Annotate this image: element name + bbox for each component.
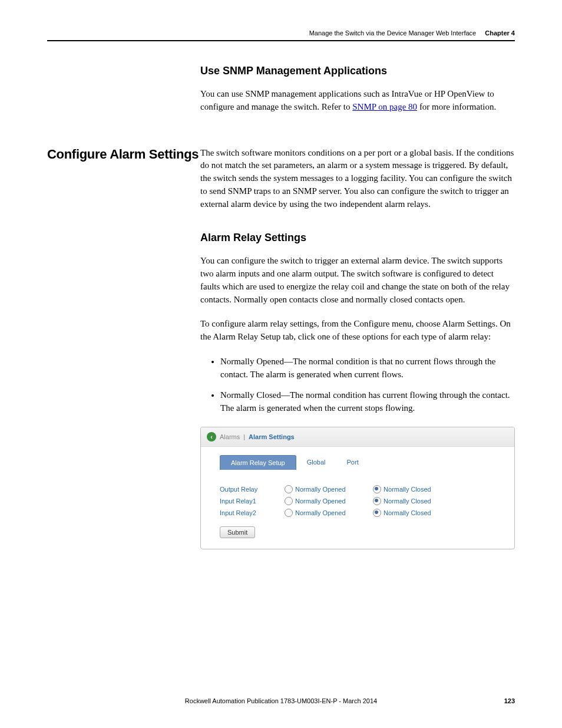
footer-publication: Rockwell Automation Publication 1783-UM0…	[185, 697, 377, 704]
bullet-normally-opened: Normally Opened—The normal condition is …	[220, 355, 515, 381]
radio-icon	[373, 509, 381, 517]
submit-button[interactable]: Submit	[220, 526, 255, 538]
relay-heading: Alarm Relay Settings	[200, 232, 515, 244]
relay-table: Output Relay Normally Opened Normally Cl…	[220, 485, 504, 517]
header-title: Manage the Switch via the Device Manager…	[309, 29, 477, 37]
radio-icon	[285, 497, 293, 505]
back-icon[interactable]: ‹	[207, 432, 216, 442]
breadcrumb: ‹ Alarms | Alarm Settings	[201, 427, 514, 447]
radio-icon	[285, 509, 293, 517]
tab-global[interactable]: Global	[296, 455, 336, 470]
snmp-heading: Use SNMP Management Applications	[200, 65, 515, 77]
snmp-paragraph: You can use SNMP management applications…	[200, 88, 515, 114]
tab-port[interactable]: Port	[336, 455, 369, 470]
footer-page-number: 123	[504, 697, 515, 704]
page-header: Manage the Switch via the Device Manager…	[47, 29, 515, 41]
relay-para2: To configure alarm relay settings, from …	[200, 318, 515, 344]
row-output-relay-label: Output Relay	[220, 486, 285, 493]
header-chapter: Chapter 4	[485, 29, 515, 37]
crumb-separator: |	[243, 433, 245, 440]
bullet-normally-closed: Normally Closed—The normal condition has…	[220, 389, 515, 415]
radio-icon	[285, 485, 293, 493]
tab-bar: Alarm Relay Setup Global Port	[220, 455, 504, 470]
input-relay1-closed[interactable]: Normally Closed	[373, 497, 461, 505]
row-input-relay2-label: Input Relay2	[220, 509, 285, 516]
alarm-settings-panel: ‹ Alarms | Alarm Settings Alarm Relay Se…	[200, 427, 515, 549]
input-relay2-opened[interactable]: Normally Opened	[285, 509, 373, 517]
tab-alarm-relay-setup[interactable]: Alarm Relay Setup	[220, 455, 296, 470]
snmp-link[interactable]: SNMP on page 80	[352, 102, 417, 111]
crumb-parent[interactable]: Alarms	[220, 433, 240, 440]
radio-icon	[373, 497, 381, 505]
snmp-text-post: for more information.	[417, 102, 496, 111]
input-relay2-closed[interactable]: Normally Closed	[373, 509, 461, 517]
input-relay1-opened[interactable]: Normally Opened	[285, 497, 373, 505]
row-input-relay1-label: Input Relay1	[220, 498, 285, 505]
crumb-current: Alarm Settings	[249, 433, 295, 440]
page-footer: Rockwell Automation Publication 1783-UM0…	[47, 697, 515, 704]
configure-alarm-heading: Configure Alarm Settings	[47, 147, 200, 162]
relay-para1: You can configure the switch to trigger …	[200, 255, 515, 306]
output-relay-opened[interactable]: Normally Opened	[285, 485, 373, 493]
output-relay-closed[interactable]: Normally Closed	[373, 485, 461, 493]
radio-icon	[373, 485, 381, 493]
relay-options-list: Normally Opened—The normal condition is …	[220, 355, 515, 415]
alarm-intro: The switch software monitors conditions …	[200, 147, 515, 211]
